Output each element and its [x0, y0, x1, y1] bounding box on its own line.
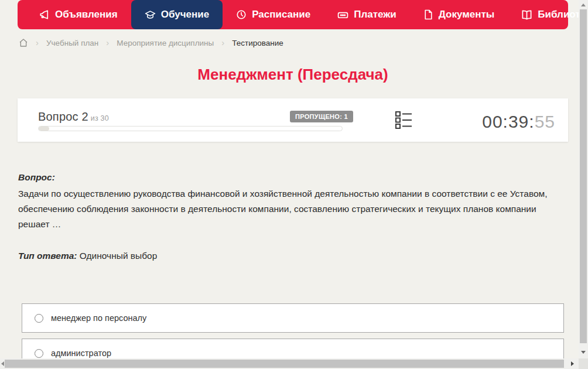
scrollbar-corner	[579, 358, 588, 369]
countdown-timer: 00:39:55	[482, 112, 555, 132]
vertical-scrollbar-thumb[interactable]	[580, 9, 587, 343]
answer-type-label: Тип ответа:	[18, 251, 77, 261]
answer-option-label: администратор	[51, 348, 111, 358]
document-icon	[423, 9, 433, 20]
nav-item-learning[interactable]: Обучение	[131, 0, 223, 29]
question-body: Вопрос: Задачи по осуществлению руководс…	[18, 170, 566, 232]
scroll-right-arrow-icon[interactable]	[571, 361, 574, 366]
question-list-icon	[395, 121, 412, 131]
question-list-button[interactable]	[395, 111, 412, 132]
clock-icon	[236, 9, 247, 20]
nav-item-documents[interactable]: Документы	[410, 0, 508, 29]
question-progress-bar	[38, 126, 343, 131]
answer-option-label: менеджер по персоналу	[51, 313, 146, 323]
breadcrumb: › Учебный план › Мероприятие дисциплины …	[19, 36, 283, 50]
question-number-label: Вопрос 2	[38, 110, 88, 123]
question-header-card: Вопрос 2из 30 ПРОПУЩЕНО: 1 00:39:55	[18, 98, 568, 142]
radio-button-icon[interactable]	[35, 314, 43, 323]
nav-item-schedule[interactable]: Расписание	[223, 0, 324, 29]
breadcrumb-separator: ›	[221, 37, 224, 47]
nav-item-label: Расписание	[252, 9, 310, 20]
breadcrumb-separator: ›	[106, 37, 109, 47]
answer-type-value: Одиночный выбор	[80, 251, 158, 261]
nav-item-library[interactable]: Библиотека	[508, 0, 588, 29]
horizontal-scrollbar[interactable]	[0, 358, 579, 369]
breadcrumb-study-plan[interactable]: Учебный план	[46, 39, 98, 47]
question-number: Вопрос 2из 30	[38, 110, 109, 124]
question-text: Задачи по осуществлению руководства фина…	[18, 186, 566, 232]
question-progress-fill	[39, 127, 49, 131]
wallet-icon	[337, 9, 348, 20]
graduation-cap-icon	[145, 9, 156, 20]
nav-item-payments[interactable]: Платежи	[324, 0, 410, 29]
answer-type-line: Тип ответа: Одиночный выбор	[18, 251, 157, 261]
question-of-total: из 30	[91, 114, 109, 122]
vertical-scrollbar[interactable]	[579, 0, 588, 358]
main-nav: Объявления Обучение Расписание	[18, 0, 568, 29]
scroll-up-arrow-icon[interactable]	[581, 4, 586, 6]
home-icon[interactable]	[19, 38, 28, 47]
nav-item-announcements[interactable]: Объявления	[26, 0, 131, 29]
scroll-down-arrow-icon[interactable]	[581, 351, 586, 354]
megaphone-icon	[39, 9, 50, 20]
nav-item-label: Документы	[439, 9, 495, 20]
breadcrumb-separator: ›	[36, 37, 39, 47]
radio-button-icon[interactable]	[35, 349, 43, 358]
breadcrumb-discipline-event[interactable]: Мероприятие дисциплины	[117, 39, 214, 47]
nav-item-label: Объявления	[55, 9, 118, 20]
timer-hours-minutes: 00:39:	[482, 112, 534, 131]
breadcrumb-testing: Тестирование	[232, 39, 283, 47]
nav-item-label: Обучение	[161, 9, 209, 20]
question-prompt-label: Вопрос:	[18, 170, 566, 185]
book-icon	[521, 9, 532, 20]
timer-seconds: 55	[535, 112, 555, 131]
nav-item-label: Платежи	[354, 9, 396, 20]
scroll-left-arrow-icon[interactable]	[1, 361, 4, 366]
horizontal-scrollbar-thumb[interactable]	[5, 360, 564, 368]
page-title: Менеджмент (Пересдача)	[0, 66, 586, 84]
skipped-badge: ПРОПУЩЕНО: 1	[290, 111, 353, 122]
answer-option-hr-manager[interactable]: менеджер по персоналу	[22, 303, 564, 333]
